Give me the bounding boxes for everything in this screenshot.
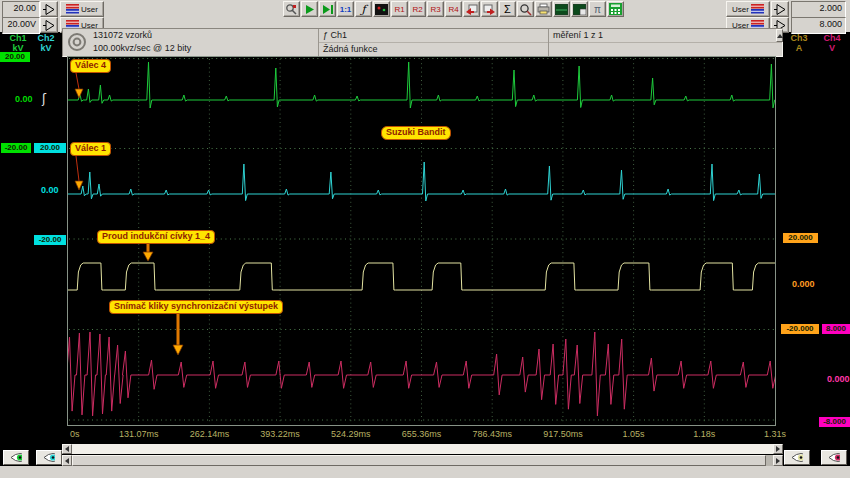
measurement-scrollbar[interactable] xyxy=(62,455,783,466)
register-store-button[interactable] xyxy=(463,1,480,17)
print-icon xyxy=(537,3,550,15)
display-normal-button[interactable] xyxy=(553,1,570,17)
ch4-top-scale-badge[interactable]: 8.000 xyxy=(822,324,850,334)
ch2-bottom-scale-badge[interactable]: -20.00 xyxy=(34,235,66,245)
ch3-top-scale-badge[interactable]: 20.000 xyxy=(783,233,818,243)
run-button[interactable] xyxy=(301,1,318,17)
annotation-suzuki-bandit[interactable]: Suzuki Bandit xyxy=(381,126,451,140)
display-normal-icon xyxy=(555,4,568,15)
oscilloscope-app-window: 20.00 User 20.00V User User 2.000 User 8… xyxy=(0,0,850,478)
ch3-bottom-scale-badge[interactable]: -20.000 xyxy=(781,324,819,334)
measurement-empty-row xyxy=(549,43,782,56)
zoom-cursor-button[interactable] xyxy=(283,1,300,17)
ch4-label[interactable]: Ch4V xyxy=(819,33,845,53)
ch1-top-scale-badge[interactable]: 20.00 xyxy=(0,52,30,62)
ch2-label[interactable]: Ch2kV xyxy=(33,33,59,53)
register-3-button-label: R3 xyxy=(430,5,440,14)
time-tick-label: 393.22ms xyxy=(260,429,300,439)
ch3-amplifier-button[interactable] xyxy=(771,1,789,17)
function-button-label: ƒ xyxy=(361,3,365,16)
ch4-range-field[interactable]: 8.000 xyxy=(791,17,846,34)
pi-button[interactable]: π xyxy=(589,1,606,17)
zoom-cursor-icon xyxy=(285,3,298,16)
ch1-zero-label: 0.00 xyxy=(15,94,33,104)
left-arrow-icon xyxy=(62,446,69,452)
sum-button[interactable]: Σ xyxy=(499,1,516,17)
ch3-range-field[interactable]: 2.000 xyxy=(791,1,846,18)
amplifier-icon xyxy=(42,19,56,32)
ch3-user-scaling-button[interactable]: User xyxy=(726,1,770,17)
register-2-button[interactable]: R2 xyxy=(409,1,426,17)
user-label: User xyxy=(81,5,98,14)
time-tick-label: 1.18s xyxy=(693,429,715,439)
print-button[interactable] xyxy=(535,1,552,17)
scroll-left-button[interactable] xyxy=(62,444,72,454)
ch1-range-field[interactable]: 20.00 xyxy=(2,1,40,18)
ch4-bottom-scale-badge[interactable]: -8.000 xyxy=(819,417,850,427)
scrollbar-track[interactable] xyxy=(72,455,773,466)
eye-icon xyxy=(10,452,22,463)
plot-horizontal-scrollbar[interactable] xyxy=(62,444,783,454)
time-tick-label: 655.36ms xyxy=(402,429,442,439)
up-arrow-icon xyxy=(777,31,783,38)
one-to-one-button[interactable]: 1:1 xyxy=(337,1,354,17)
trigger-marker-icon[interactable]: ʃ xyxy=(42,92,46,106)
scroll-right-button[interactable] xyxy=(773,444,783,454)
display-split-button[interactable] xyxy=(571,1,588,17)
ch1-label[interactable]: Ch1kV xyxy=(5,33,31,53)
eye-icon xyxy=(43,452,55,463)
scope-display-icon xyxy=(375,4,388,15)
measurement-section: měření 1 z 1 xyxy=(549,29,782,56)
function-button[interactable]: ƒ xyxy=(355,1,372,17)
time-tick-label: 786.43ms xyxy=(472,429,512,439)
user-label: User xyxy=(732,5,749,14)
scroll-left-button[interactable] xyxy=(62,455,72,466)
ch1-user-scaling-button[interactable]: User xyxy=(60,1,104,17)
ch1-bottom-scale-badge[interactable]: -20.00 xyxy=(1,143,31,153)
acquisition-info-section: 131072 vzorků 100.00kvz/sec @ 12 bity xyxy=(63,29,319,56)
scrollbar-track[interactable] xyxy=(72,444,773,454)
register-3-button[interactable]: R3 xyxy=(427,1,444,17)
annotation-valec4[interactable]: Válec 4 xyxy=(70,59,111,73)
register-recall-icon xyxy=(483,4,496,15)
ch1-amplifier-button[interactable] xyxy=(40,1,58,17)
function-section[interactable]: ƒ Ch1 Žádná funkce xyxy=(319,29,549,56)
search-button[interactable] xyxy=(517,1,534,17)
time-tick-label: 524.29ms xyxy=(331,429,371,439)
scroll-right-button[interactable] xyxy=(773,455,783,466)
annotation-coil-current[interactable]: Proud indukční cívky 1_4 xyxy=(97,230,215,244)
annotation-crank-sensor[interactable]: Snímač kliky synchronizační výstupek xyxy=(109,300,283,314)
record-icon xyxy=(67,32,87,54)
time-tick-label: 0s xyxy=(70,429,80,439)
ch2-amplifier-button[interactable] xyxy=(40,17,58,33)
search-icon xyxy=(519,3,532,16)
run-icon xyxy=(304,4,315,15)
run-continuous-button[interactable] xyxy=(319,1,336,17)
scope-display-button[interactable] xyxy=(373,1,390,17)
register-4-button[interactable]: R4 xyxy=(445,1,462,17)
annotation-valec1[interactable]: Válec 1 xyxy=(70,142,111,156)
ch4-visibility-button[interactable] xyxy=(821,450,847,465)
right-arrow-icon xyxy=(776,446,783,452)
ch2-top-scale-badge[interactable]: 20.00 xyxy=(34,143,66,153)
user-flag-icon xyxy=(66,4,79,14)
calculator-button[interactable] xyxy=(607,1,624,17)
ch2-zero-label: 0.00 xyxy=(41,185,59,195)
user-flag-icon xyxy=(751,4,764,14)
ch3-label[interactable]: Ch3A xyxy=(786,33,812,53)
calculator-icon xyxy=(609,3,622,15)
sum-button-label: Σ xyxy=(504,3,511,15)
ch2-visibility-button[interactable] xyxy=(36,450,62,465)
waveform-plot-area[interactable]: Válec 4 Válec 1 Suzuki Bandit Proud indu… xyxy=(67,56,776,426)
scrollbar-thumb[interactable] xyxy=(72,455,766,466)
acquisition-header: 131072 vzorků 100.00kvz/sec @ 12 bity ƒ … xyxy=(62,28,783,57)
header-mini-scroll-button[interactable] xyxy=(776,29,783,42)
ch3-visibility-button[interactable] xyxy=(784,450,810,465)
register-1-button[interactable]: R1 xyxy=(391,1,408,17)
sample-rate: 100.00kvz/sec @ 12 bity xyxy=(63,42,318,55)
register-recall-button[interactable] xyxy=(481,1,498,17)
amplifier-icon xyxy=(773,3,787,16)
one-to-one-button-label: 1:1 xyxy=(340,5,352,14)
ch1-visibility-button[interactable] xyxy=(3,450,29,465)
ch2-range-field[interactable]: 20.00V xyxy=(2,17,40,34)
